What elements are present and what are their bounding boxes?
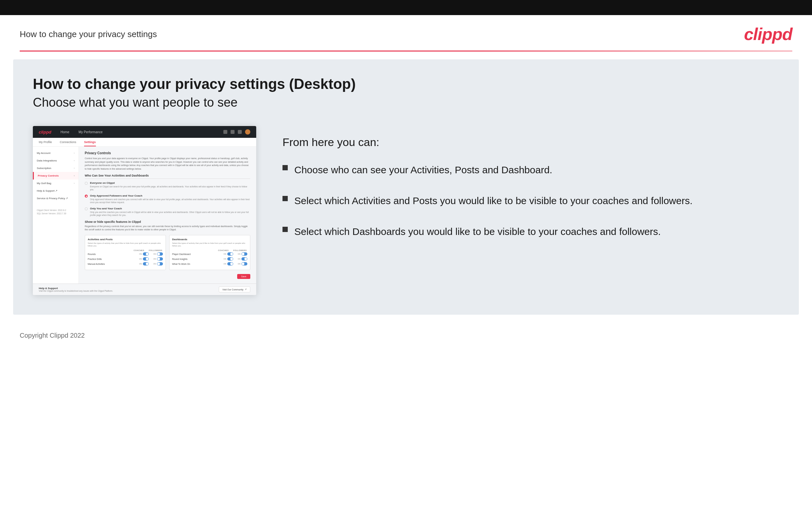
work-follower-toggle[interactable] (242, 262, 247, 266)
save-row: Save (85, 273, 250, 279)
rounds-follower-toggle-group: ON (153, 252, 163, 256)
radio-circle-followers-coach (85, 194, 88, 198)
player-dashboard-toggles: ON ON (224, 252, 248, 256)
player-coach-toggle[interactable] (227, 252, 233, 256)
top-bar (0, 0, 812, 15)
bullet-square-2 (283, 196, 288, 201)
radio-followers-coach[interactable]: Only Approved Followers and Your Coach O… (85, 194, 250, 204)
right-col-title: From here you can: (283, 136, 779, 149)
round-insights-toggles: ON ON (224, 257, 248, 261)
rounds-follower-toggle[interactable] (157, 252, 163, 256)
show-hide-title: Show or hide specific features in Clippd (85, 220, 250, 223)
practice-coach-toggle[interactable] (143, 257, 149, 261)
rounds-coach-toggle-group: ON (139, 252, 149, 256)
app-nav: clippd Home My Performance (33, 126, 256, 138)
activities-panel: Activities and Posts Select the types of… (85, 235, 166, 270)
header-divider (20, 51, 792, 52)
bullet-text-1: Choose who can see your Activities, Post… (294, 163, 552, 177)
radio-circle-only-you (85, 208, 88, 210)
sub-nav-settings: Settings (84, 140, 96, 146)
page-subheading: Choose what you want people to see (33, 96, 779, 110)
coaches-col-label: COACHES (134, 249, 144, 251)
app-body: My Account› Data Integrations› Subscript… (33, 147, 256, 284)
right-column: From here you can: Choose who can see yo… (283, 126, 779, 256)
nav-link-home: Home (60, 130, 69, 134)
radio-circle-everyone (85, 182, 88, 185)
save-button[interactable]: Save (237, 274, 250, 279)
activities-panel-desc: Select the types of activity that you'd … (88, 242, 163, 247)
bullet-item-2: Select which Activities and Posts you wo… (283, 194, 779, 208)
radio-everyone[interactable]: Everyone on Clippd Everyone on Clippd ca… (85, 181, 250, 191)
sidebar-item-help-support[interactable]: Help & Support ↗ (33, 187, 79, 194)
two-col-layout: clippd Home My Performance My Profile Co… (33, 126, 779, 295)
sub-nav-connections: Connections (60, 140, 76, 146)
manual-follower-toggle-group: ON (153, 262, 163, 266)
sidebar-item-privacy-controls[interactable]: Privacy Controls› (33, 172, 79, 179)
panels-row: Activities and Posts Select the types of… (85, 235, 250, 270)
work-coach-toggle[interactable] (227, 262, 233, 266)
dashboards-panel-title: Dashboards (172, 238, 247, 241)
sidebar-item-golf-bag[interactable]: My Golf Bag› (33, 179, 79, 187)
app-sidebar: My Account› Data Integrations› Subscript… (33, 147, 79, 284)
radio-text-followers-coach: Only Approved Followers and Your Coach O… (90, 194, 250, 204)
copyright-text: Copyright Clippd 2022 (20, 332, 85, 339)
what-to-work-on-row: What To Work On ON ON (172, 262, 247, 266)
manual-coach-toggle-group: ON (139, 262, 149, 266)
practice-follower-toggle[interactable] (157, 257, 163, 261)
rounds-toggles: ON ON (139, 252, 163, 256)
round-coach-toggle[interactable] (227, 257, 233, 261)
rounds-label: Rounds (88, 253, 96, 255)
privacy-controls-desc: Control how you and your data appears to… (85, 157, 250, 171)
player-dashboard-label: Player Dashboard (172, 253, 191, 255)
radio-only-you-coach[interactable]: Only You and Your Coach Only you and the… (85, 207, 250, 217)
sidebar-item-account[interactable]: My Account› (33, 149, 79, 157)
grid-icon (231, 130, 235, 134)
header: How to change your privacy settings clip… (0, 15, 812, 51)
followers-col-label: FOLLOWERS (149, 249, 162, 251)
what-to-work-on-label: What To Work On (172, 263, 190, 265)
rounds-coach-toggle[interactable] (143, 252, 149, 256)
sidebar-item-data-integrations[interactable]: Data Integrations› (33, 157, 79, 164)
practice-drills-label: Practice Drills (88, 258, 102, 260)
player-follower-toggle[interactable] (242, 252, 247, 256)
sidebar-footer: Clippd Client Version: 2022.8.2 SQL Serv… (33, 202, 79, 218)
app-main-panel: Privacy Controls Control how you and you… (79, 147, 256, 284)
player-dashboard-row: Player Dashboard ON ON (172, 252, 247, 256)
round-follower-toggle[interactable] (242, 257, 247, 261)
bullet-text-3: Select which Dashboards you would like t… (294, 225, 661, 238)
manual-coach-toggle[interactable] (143, 262, 149, 266)
sidebar-item-service-privacy[interactable]: Service & Privacy Policy ↗ (33, 194, 79, 202)
show-hide-desc: Regardless of the privacy controls that … (85, 225, 250, 232)
bell-icon (238, 130, 242, 134)
external-link-icon: ↗ (245, 288, 247, 291)
help-title: Help & Support (39, 287, 113, 290)
clippd-logo: clippd (744, 24, 792, 44)
main-content: How to change your privacy settings (Des… (13, 59, 799, 315)
bullet-item-1: Choose who can see your Activities, Post… (283, 163, 779, 177)
round-insights-row: Round Insights ON ON (172, 257, 247, 261)
avatar (245, 129, 250, 134)
activities-panel-header: COACHES FOLLOWERS (88, 249, 163, 251)
manual-activities-toggles: ON ON (139, 262, 163, 266)
page-heading: How to change your privacy settings (Des… (33, 76, 779, 92)
header-title: How to change your privacy settings (20, 29, 157, 39)
nav-icons (223, 129, 250, 134)
sub-nav: My Profile Connections Settings (33, 138, 256, 147)
dashboards-panel: Dashboards Select the types of activity … (169, 235, 250, 270)
footer: Copyright Clippd 2022 (0, 323, 812, 348)
app-nav-logo: clippd (39, 130, 51, 134)
dashboards-panel-desc: Select the types of activity that you'd … (172, 242, 247, 247)
privacy-controls-title: Privacy Controls (85, 151, 250, 155)
visit-community-button[interactable]: Visit Our Community ↗ (219, 286, 250, 292)
manual-activities-label: Manual Activities (88, 263, 105, 265)
dashboards-panel-header: COACHES FOLLOWERS (172, 249, 247, 251)
bullet-text-2: Select which Activities and Posts you wo… (294, 194, 693, 208)
manual-follower-toggle[interactable] (157, 262, 163, 266)
sidebar-item-subscription[interactable]: Subscription› (33, 164, 79, 172)
round-insights-label: Round Insights (172, 258, 188, 260)
bullet-square-3 (283, 227, 288, 232)
practice-drills-toggles: ON ON (139, 257, 163, 261)
dash-followers-col-label: FOLLOWERS (233, 249, 247, 251)
screenshot-mockup: clippd Home My Performance My Profile Co… (33, 126, 256, 295)
help-desc: Visit the Clippd community to troublesho… (39, 290, 113, 292)
